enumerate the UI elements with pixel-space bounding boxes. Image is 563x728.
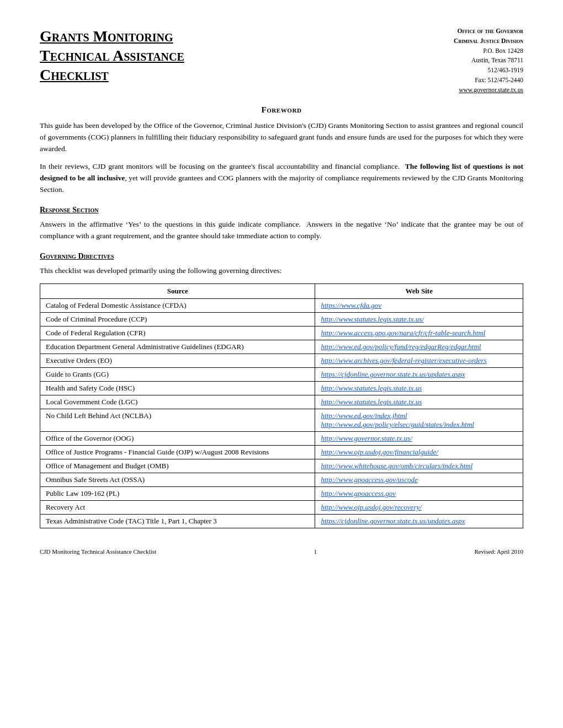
table-row: Omnibus Safe Streets Act (OSSA)http://ww…	[40, 473, 523, 486]
url-link[interactable]: http://www.whitehouse.gov/omb/circulars/…	[321, 462, 472, 470]
url-cell: http://www.access.gpo.gov/nara/cfr/cfr-t…	[315, 326, 523, 340]
page-title: Grants Monitoring Technical Assistance C…	[40, 26, 184, 84]
title-line3: Checklist	[40, 66, 109, 83]
table-row: Catalog of Federal Domestic Assistance (…	[40, 298, 523, 312]
url-cell: http://www.statutes.legis.state.tx.us	[315, 381, 523, 395]
source-cell: Health and Safety Code (HSC)	[40, 381, 315, 395]
table-row: Local Government Code (LGC)http://www.st…	[40, 395, 523, 409]
office-line3: P.O. Box 12428	[454, 46, 523, 56]
footer: CJD Monitoring Technical Assistance Chec…	[40, 546, 523, 555]
office-line2: Criminal Justice Division	[454, 36, 523, 46]
url-link[interactable]: http://www.statutes.legis.state.tx.us	[321, 384, 422, 392]
table-row: Office of Justice Programs - Financial G…	[40, 445, 523, 459]
foreword-para1: This guide has been developed by the Off…	[40, 120, 523, 155]
table-row: Recovery Acthttp://www.ojp.usdoj.gov/rec…	[40, 500, 523, 514]
url-cell: http://www.gpoaccess.gov/uscode	[315, 473, 523, 486]
governing-heading: Governing Directives	[40, 252, 523, 261]
url-link[interactable]: http://www.ed.gov/policy/fund/reg/edgarR…	[321, 342, 481, 351]
url-cell: http://www.statutes.legis.state.tx.us/	[315, 312, 523, 326]
title-line2: Technical Assistance	[40, 47, 184, 64]
governing-intro: This checklist was developed primarily u…	[40, 265, 523, 277]
source-cell: Office of Management and Budget (OMB)	[40, 459, 315, 473]
foreword-heading: Foreword	[40, 105, 523, 115]
url-cell: http://www.gpoaccess.gov	[315, 486, 523, 500]
source-cell: Texas Administrative Code (TAC) Title 1,…	[40, 514, 315, 528]
url-cell: http://www.whitehouse.gov/omb/circulars/…	[315, 459, 523, 473]
url-link[interactable]: http://www.archives.gov/federal-register…	[321, 356, 486, 365]
table-row: Office of Management and Budget (OMB)htt…	[40, 459, 523, 473]
source-cell: Office of the Governor (OOG)	[40, 431, 315, 445]
page: Grants Monitoring Technical Assistance C…	[0, 0, 563, 728]
office-line6: Fax: 512/475-2440	[454, 76, 523, 85]
source-cell: Omnibus Safe Streets Act (OSSA)	[40, 473, 315, 486]
response-section-para: Answers in the affirmative ‘Yes’ to the …	[40, 219, 523, 242]
url-link-2[interactable]: http://www.ed.gov/policy/elsec/guid/stat…	[321, 420, 474, 429]
response-section-heading: Response Section	[40, 206, 523, 215]
url-cell: http://www.archives.gov/federal-register…	[315, 354, 523, 367]
source-cell: Public Law 109-162 (PL)	[40, 486, 315, 500]
url-link[interactable]: https://www.cfda.gov	[321, 301, 381, 309]
office-line4: Austin, Texas 78711	[454, 56, 523, 66]
source-cell: Guide to Grants (GG)	[40, 367, 315, 381]
url-link[interactable]: http://www.statutes.legis.state.tx.us	[321, 398, 422, 406]
url-link[interactable]: http://www.ojp.usdoj.gov/recovery/	[321, 503, 421, 511]
table-row: Office of the Governor (OOG)http://www.g…	[40, 431, 523, 445]
source-cell: Local Government Code (LGC)	[40, 395, 315, 409]
title-line1: Grants Monitoring	[40, 28, 173, 45]
url-cell: http://www.ojp.usdoj.gov/financialguide/	[315, 445, 523, 459]
foreword-para2: In their reviews, CJD grant monitors wil…	[40, 161, 523, 196]
source-cell: Education Department General Administrat…	[40, 340, 315, 354]
url-cell: https://cjdonline.governor.state.tx.us/u…	[315, 514, 523, 528]
table-row: Health and Safety Code (HSC)http://www.s…	[40, 381, 523, 395]
table-row: Executive Orders (EO)http://www.archives…	[40, 354, 523, 367]
table-row: Education Department General Administrat…	[40, 340, 523, 354]
url-link[interactable]: http://www.governor.state.tx.us/	[321, 434, 412, 442]
table-row: Texas Administrative Code (TAC) Title 1,…	[40, 514, 523, 528]
url-link-1[interactable]: http://www.ed.gov/index.jhtml	[321, 411, 407, 420]
url-cell: http://www.statutes.legis.state.tx.us	[315, 395, 523, 409]
office-line1: Office of the Governor	[454, 26, 523, 36]
office-info: Office of the Governor Criminal Justice …	[454, 26, 523, 95]
header-area: Grants Monitoring Technical Assistance C…	[40, 26, 523, 95]
foreword-section: Foreword	[40, 105, 523, 115]
office-line5: 512/463-1919	[454, 66, 523, 76]
source-cell: Code of Federal Regulation (CFR)	[40, 326, 315, 340]
table-row: Public Law 109-162 (PL)http://www.gpoacc…	[40, 486, 523, 500]
foreword-para2-before: In their reviews, CJD grant monitors wil…	[40, 162, 405, 170]
url-cell: http://www.ed.gov/index.jhtmlhttp://www.…	[315, 409, 523, 431]
url-cell: http://www.ojp.usdoj.gov/recovery/	[315, 500, 523, 514]
url-cell: http://www.ed.gov/policy/fund/reg/edgarR…	[315, 340, 523, 354]
table-row: Code of Criminal Procedure (CCP)http://w…	[40, 312, 523, 326]
footer-left: CJD Monitoring Technical Assistance Chec…	[40, 548, 156, 555]
governing-table: Source Web Site Catalog of Federal Domes…	[40, 283, 523, 528]
url-link[interactable]: https://cjdonline.governor.state.tx.us/u…	[321, 517, 465, 525]
source-cell: No Child Left Behind Act (NCLBA)	[40, 409, 315, 431]
footer-right: Revised: April 2010	[474, 548, 523, 555]
table-row: Code of Federal Regulation (CFR)http://w…	[40, 326, 523, 340]
url-cell: https://cjdonline.governor.state.tx.us/u…	[315, 367, 523, 381]
url-cell: http://www.governor.state.tx.us/	[315, 431, 523, 445]
url-link[interactable]: https://cjdonline.governor.state.tx.us/u…	[321, 370, 465, 378]
title-block: Grants Monitoring Technical Assistance C…	[40, 26, 184, 84]
table-row: No Child Left Behind Act (NCLBA)http://w…	[40, 409, 523, 431]
url-link[interactable]: http://www.statutes.legis.state.tx.us/	[321, 315, 423, 323]
source-cell: Office of Justice Programs - Financial G…	[40, 445, 315, 459]
url-link[interactable]: http://www.ojp.usdoj.gov/financialguide/	[321, 448, 438, 456]
url-link[interactable]: http://www.gpoaccess.gov/uscode	[321, 475, 417, 484]
url-link[interactable]: http://www.gpoaccess.gov	[321, 489, 396, 497]
url-link[interactable]: http://www.access.gpo.gov/nara/cfr/cfr-t…	[321, 329, 485, 337]
url-cell: https://www.cfda.gov	[315, 298, 523, 312]
source-cell: Executive Orders (EO)	[40, 354, 315, 367]
source-cell: Catalog of Federal Domestic Assistance (…	[40, 298, 315, 312]
office-line7: www.governor.state.tx.us	[454, 85, 523, 95]
col-website: Web Site	[315, 283, 523, 298]
table-row: Guide to Grants (GG)https://cjdonline.go…	[40, 367, 523, 381]
footer-center: 1	[314, 548, 317, 555]
source-cell: Recovery Act	[40, 500, 315, 514]
source-cell: Code of Criminal Procedure (CCP)	[40, 312, 315, 326]
col-source: Source	[40, 283, 315, 298]
